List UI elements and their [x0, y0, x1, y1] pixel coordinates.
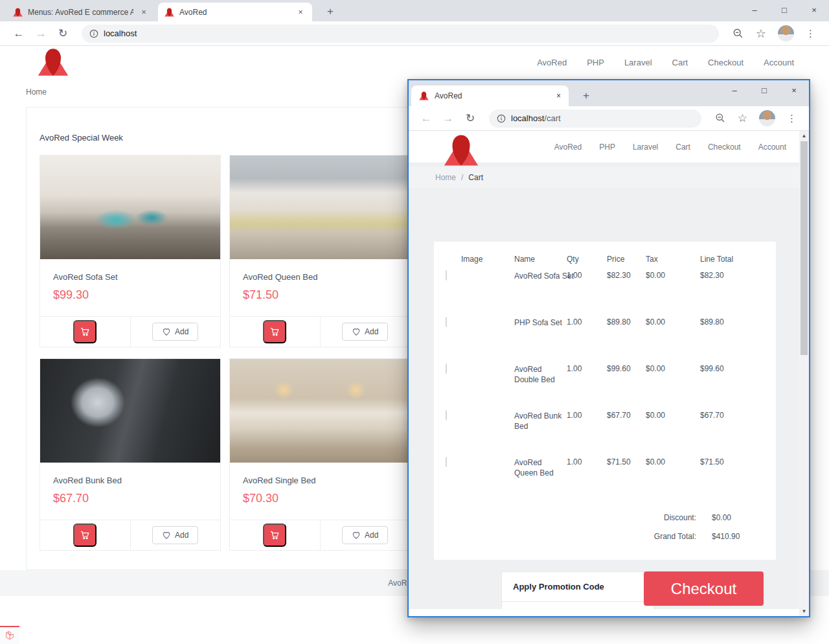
new-tab-icon[interactable]: + [578, 88, 594, 104]
heart-icon [162, 531, 171, 540]
row-checkbox[interactable] [446, 270, 447, 281]
url-host: localhost [511, 113, 544, 123]
cell-price: $71.50 [607, 457, 646, 466]
row-checkbox[interactable] [446, 317, 447, 327]
scrollbar-thumb[interactable] [801, 141, 808, 355]
cart-icon [269, 327, 280, 337]
nav-item-laravel[interactable]: Laravel [624, 58, 652, 67]
cart-row: PHP Sofa Set 1.00 $89.80 $0.00 $89.80 [434, 317, 776, 364]
discount-label: Discount: [619, 513, 696, 522]
zoom-out-icon[interactable] [715, 113, 726, 124]
cell-line-total: $89.80 [700, 317, 776, 327]
product-name[interactable]: AvoRed Sofa Set [53, 272, 118, 282]
add-to-wishlist-button[interactable]: Add [152, 323, 198, 341]
window-minimize-icon[interactable]: – [720, 80, 749, 101]
nav-item-cart[interactable]: Cart [672, 58, 688, 67]
browser-tab-cart[interactable]: AvoRed × [411, 86, 569, 106]
row-checkbox[interactable] [446, 457, 447, 467]
new-tab-icon[interactable]: + [323, 4, 338, 19]
nav-item-account[interactable]: Account [764, 58, 794, 67]
nav-item-account[interactable]: Account [758, 143, 786, 152]
window-maximize-icon[interactable]: □ [749, 80, 779, 101]
profile-avatar[interactable] [759, 110, 775, 126]
cart-tab-strip: AvoRed × + – □ × [409, 80, 809, 106]
nav-item-php[interactable]: PHP [599, 143, 615, 152]
add-to-wishlist-button[interactable]: Add [342, 526, 388, 544]
col-tax: Tax [646, 255, 700, 264]
avored-logo[interactable] [38, 49, 69, 76]
avored-logo[interactable] [444, 133, 479, 167]
nav-item-avored[interactable]: AvoRed [554, 143, 582, 152]
scrollbar[interactable]: ▲ ▼ [799, 131, 809, 616]
laravel-debugbar-icon[interactable] [0, 626, 19, 644]
reload-icon[interactable]: ↻ [54, 27, 71, 40]
back-icon[interactable]: ← [418, 112, 435, 125]
cell-price: $67.70 [607, 411, 646, 420]
product-price: $70.30 [243, 492, 278, 505]
profile-avatar[interactable] [778, 25, 794, 41]
forward-icon[interactable]: → [440, 112, 457, 125]
tab-close-icon[interactable]: × [139, 7, 149, 17]
address-bar[interactable]: localhost [82, 25, 719, 43]
product-card: AvoRed Queen Bed $71.50 Add [229, 155, 411, 347]
bookmark-star-icon[interactable]: ☆ [756, 27, 766, 41]
nav-item-cart[interactable]: Cart [676, 143, 690, 152]
product-image[interactable] [40, 155, 220, 259]
browser-tab-avored[interactable]: AvoRed × [158, 3, 312, 21]
nav-item-avored[interactable]: AvoRed [537, 58, 567, 67]
window-minimize-icon[interactable]: – [740, 0, 769, 21]
add-to-wishlist-button[interactable]: Add [342, 323, 388, 341]
row-checkbox[interactable] [446, 363, 447, 374]
window-close-icon[interactable]: × [799, 0, 829, 21]
nav-item-checkout[interactable]: Checkout [708, 143, 741, 152]
add-to-cart-button[interactable] [73, 320, 97, 343]
forward-icon[interactable]: → [32, 27, 49, 40]
browser-menu-icon[interactable]: ⋮ [787, 113, 797, 124]
grand-total-label: Grand Total: [619, 532, 696, 541]
tab-title: AvoRed [179, 8, 290, 17]
reload-icon[interactable]: ↻ [462, 111, 479, 125]
cart-row: AvoRed Queen Bed 1.00 $71.50 $0.00 $71.5… [434, 457, 776, 504]
browser-tab-admin[interactable]: Menus: AvoRed E commerce Adm × [6, 3, 155, 21]
add-to-cart-button[interactable] [73, 523, 97, 547]
col-line-total: Line Total [700, 255, 776, 264]
url-text[interactable]: localhost [104, 29, 137, 38]
info-icon[interactable] [89, 29, 98, 38]
site-nav: AvoRed PHP Laravel Cart Checkout Account [537, 58, 829, 67]
product-name[interactable]: AvoRed Single Bed [243, 476, 316, 485]
add-to-wishlist-button[interactable]: Add [152, 526, 198, 544]
add-label: Add [175, 531, 188, 540]
product-price: $99.30 [53, 288, 89, 302]
url-text[interactable]: localhost/cart [511, 113, 561, 123]
breadcrumb[interactable]: Home [26, 87, 47, 97]
nav-item-php[interactable]: PHP [587, 58, 604, 67]
address-bar[interactable]: localhost/cart [489, 109, 701, 128]
tab-close-icon[interactable]: × [556, 91, 561, 100]
product-image[interactable] [230, 359, 410, 463]
add-label: Add [365, 327, 378, 336]
scroll-down-icon[interactable]: ▼ [799, 606, 809, 616]
zoom-out-icon[interactable] [732, 28, 744, 40]
cell-line-total: $82.30 [700, 271, 776, 280]
nav-item-laravel[interactable]: Laravel [633, 143, 658, 152]
col-name: Name [514, 255, 567, 264]
breadcrumb-home[interactable]: Home [435, 173, 456, 182]
nav-item-checkout[interactable]: Checkout [708, 58, 744, 67]
checkout-button[interactable]: Checkout [644, 571, 764, 606]
back-icon[interactable]: ← [10, 27, 27, 40]
product-name[interactable]: AvoRed Bunk Bed [53, 476, 122, 485]
bookmark-star-icon[interactable]: ☆ [738, 111, 747, 125]
window-close-icon[interactable]: × [779, 80, 809, 101]
add-to-cart-button[interactable] [263, 523, 286, 547]
browser-menu-icon[interactable]: ⋮ [806, 28, 815, 40]
product-image[interactable] [230, 155, 410, 259]
window-maximize-icon[interactable]: □ [769, 0, 799, 21]
row-checkbox[interactable] [446, 410, 447, 420]
product-image[interactable] [40, 359, 220, 463]
add-to-cart-button[interactable] [263, 320, 286, 343]
scroll-up-icon[interactable]: ▲ [799, 131, 809, 141]
info-icon[interactable] [497, 114, 506, 123]
heart-icon [352, 327, 361, 336]
product-name[interactable]: AvoRed Queen Bed [243, 272, 317, 282]
tab-close-icon[interactable]: × [295, 7, 306, 17]
